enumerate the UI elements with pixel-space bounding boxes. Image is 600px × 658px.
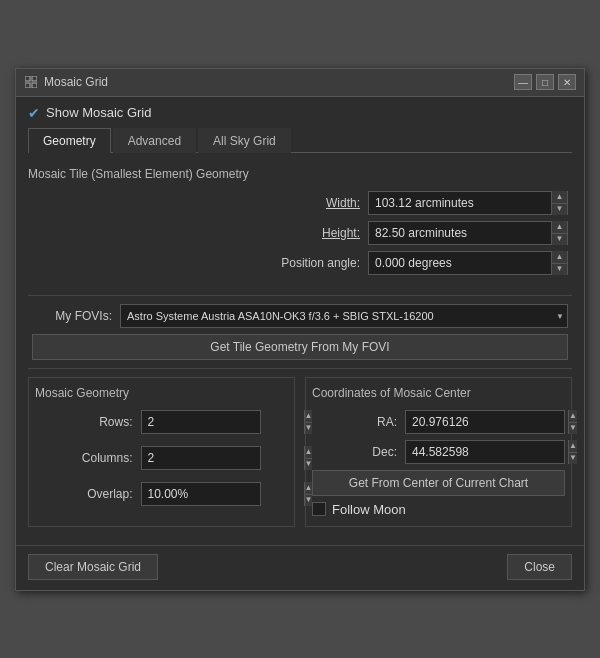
height-spinbox: ▲ ▼ — [368, 221, 568, 245]
position-down-button[interactable]: ▼ — [552, 263, 567, 275]
show-mosaic-row: ✔ Show Mosaic Grid — [28, 105, 572, 121]
footer: Clear Mosaic Grid Close — [16, 545, 584, 590]
ra-row: RA: ▲ ▼ — [312, 410, 565, 434]
width-down-button[interactable]: ▼ — [552, 203, 567, 215]
height-label: Height: — [260, 226, 360, 240]
width-input[interactable] — [369, 194, 551, 212]
ra-spinbox: ▲ ▼ — [405, 410, 565, 434]
overlap-input[interactable] — [142, 485, 304, 503]
title-bar: Mosaic Grid — □ ✕ — [16, 69, 584, 97]
coordinates-panel: Coordinates of Mosaic Center RA: ▲ ▼ Dec… — [305, 377, 572, 527]
height-input[interactable] — [369, 224, 551, 242]
window-body: ✔ Show Mosaic Grid Geometry Advanced All… — [16, 97, 584, 545]
position-label: Position angle: — [260, 256, 360, 270]
coordinates-title: Coordinates of Mosaic Center — [312, 386, 565, 400]
rows-label: Rows: — [63, 415, 133, 429]
dec-label: Dec: — [362, 445, 397, 459]
columns-input[interactable] — [142, 449, 304, 467]
follow-moon-row: Follow Moon — [312, 502, 565, 517]
fov-select[interactable]: Astro Systeme Austria ASA10N-OK3 f/3.6 +… — [120, 304, 568, 328]
window-title: Mosaic Grid — [44, 75, 514, 89]
close-window-button[interactable]: ✕ — [558, 74, 576, 90]
columns-label: Columns: — [63, 451, 133, 465]
ra-up-button[interactable]: ▲ — [569, 410, 577, 422]
dec-down-button[interactable]: ▼ — [569, 452, 577, 464]
width-label: Width: — [260, 196, 360, 210]
show-mosaic-checkmark[interactable]: ✔ — [28, 105, 40, 121]
svg-rect-3 — [32, 83, 37, 88]
columns-spinbox: ▲ ▼ — [141, 446, 261, 470]
ra-input[interactable] — [406, 413, 568, 431]
overlap-spinbox: ▲ ▼ — [141, 482, 261, 506]
tile-section-title: Mosaic Tile (Smallest Element) Geometry — [28, 167, 572, 181]
overlap-label: Overlap: — [63, 487, 133, 501]
get-tile-geometry-button[interactable]: Get Tile Geometry From My FOVI — [32, 334, 568, 360]
ra-down-button[interactable]: ▼ — [569, 422, 577, 434]
tab-geometry[interactable]: Geometry — [28, 128, 111, 153]
follow-moon-label: Follow Moon — [332, 502, 406, 517]
position-input[interactable] — [369, 254, 551, 272]
tab-advanced[interactable]: Advanced — [113, 128, 196, 153]
svg-rect-2 — [25, 83, 30, 88]
get-from-center-button[interactable]: Get From Center of Current Chart — [312, 470, 565, 496]
dec-up-button[interactable]: ▲ — [569, 440, 577, 452]
fov-label: My FOVIs: — [32, 309, 112, 323]
overlap-row: Overlap: ▲ ▼ — [35, 482, 288, 506]
rows-input[interactable] — [142, 413, 304, 431]
dec-input[interactable] — [406, 443, 568, 461]
height-row: Height: ▲ ▼ — [28, 221, 572, 245]
height-up-button[interactable]: ▲ — [552, 221, 567, 233]
maximize-button[interactable]: □ — [536, 74, 554, 90]
tab-allskygrid[interactable]: All Sky Grid — [198, 128, 291, 153]
dec-row: Dec: ▲ ▼ — [312, 440, 565, 464]
rows-spinbox: ▲ ▼ — [141, 410, 261, 434]
two-col-section: Mosaic Geometry Rows: ▲ ▼ Columns: — [28, 377, 572, 527]
columns-row: Columns: ▲ ▼ — [35, 446, 288, 470]
position-row: Position angle: ▲ ▼ — [28, 251, 572, 275]
width-row: Width: ▲ ▼ — [28, 191, 572, 215]
position-up-button[interactable]: ▲ — [552, 251, 567, 263]
mosaic-grid-window: Mosaic Grid — □ ✕ ✔ Show Mosaic Grid Geo… — [15, 68, 585, 591]
fov-row: My FOVIs: Astro Systeme Austria ASA10N-O… — [28, 304, 572, 328]
tile-section: Mosaic Tile (Smallest Element) Geometry … — [28, 161, 572, 287]
height-down-button[interactable]: ▼ — [552, 233, 567, 245]
window-controls: — □ ✕ — [514, 74, 576, 90]
minimize-button[interactable]: — — [514, 74, 532, 90]
svg-rect-1 — [32, 76, 37, 81]
show-mosaic-label: Show Mosaic Grid — [46, 105, 151, 120]
dec-spinbox: ▲ ▼ — [405, 440, 565, 464]
width-up-button[interactable]: ▲ — [552, 191, 567, 203]
fov-select-wrapper: Astro Systeme Austria ASA10N-OK3 f/3.6 +… — [120, 304, 568, 328]
svg-rect-0 — [25, 76, 30, 81]
width-spinbox: ▲ ▼ — [368, 191, 568, 215]
close-button[interactable]: Close — [507, 554, 572, 580]
mosaic-geometry-panel: Mosaic Geometry Rows: ▲ ▼ Columns: — [28, 377, 295, 527]
position-spinbox: ▲ ▼ — [368, 251, 568, 275]
follow-moon-checkbox[interactable] — [312, 502, 326, 516]
mosaic-geometry-title: Mosaic Geometry — [35, 386, 288, 400]
tabs-bar: Geometry Advanced All Sky Grid — [28, 127, 572, 153]
rows-row: Rows: ▲ ▼ — [35, 410, 288, 434]
clear-mosaic-grid-button[interactable]: Clear Mosaic Grid — [28, 554, 158, 580]
window-icon — [24, 75, 38, 89]
ra-label: RA: — [362, 415, 397, 429]
